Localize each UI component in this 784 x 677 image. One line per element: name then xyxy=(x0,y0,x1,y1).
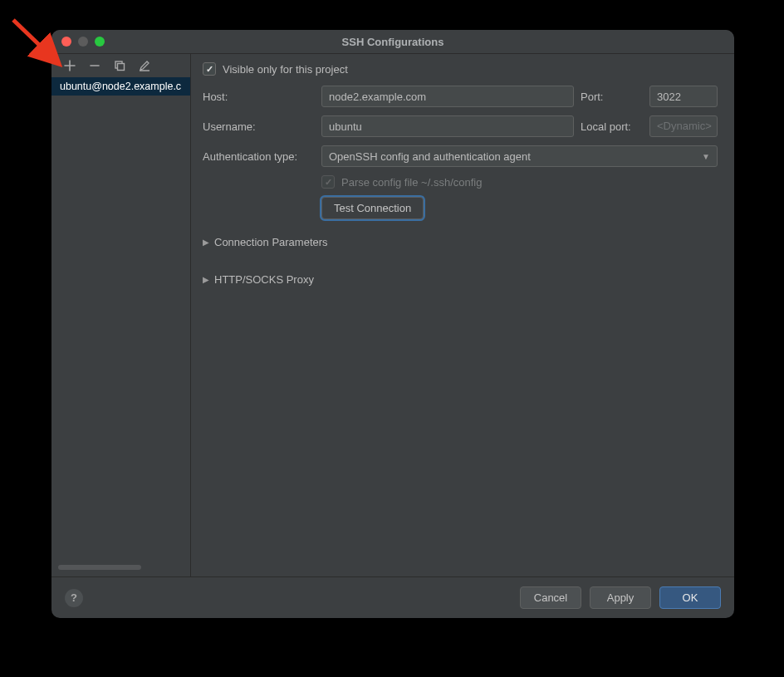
port-label: Port: xyxy=(581,91,643,103)
remove-icon[interactable] xyxy=(88,59,101,72)
config-sidebar: ubuntu@node2.example.c xyxy=(51,54,191,576)
connection-parameters-expander[interactable]: ▶ Connection Parameters xyxy=(203,236,718,248)
config-item[interactable]: ubuntu@node2.example.c xyxy=(51,77,190,96)
edit-icon[interactable] xyxy=(138,59,151,72)
visible-only-checkbox[interactable]: Visible only for this project xyxy=(203,62,718,76)
dialog-footer: ? Cancel Apply OK xyxy=(51,576,734,618)
auth-type-select[interactable]: OpenSSH config and authentication agent … xyxy=(321,145,718,167)
cancel-button[interactable]: Cancel xyxy=(520,586,581,609)
chevron-right-icon: ▶ xyxy=(203,238,209,247)
host-input[interactable] xyxy=(321,86,574,107)
http-socks-proxy-expander[interactable]: ▶ HTTP/SOCKS Proxy xyxy=(203,273,718,286)
port-input[interactable] xyxy=(649,86,718,107)
titlebar: SSH Configurations xyxy=(51,30,734,53)
chevron-down-icon: ▼ xyxy=(702,152,710,161)
copy-icon[interactable] xyxy=(113,59,126,72)
parse-config-checkbox xyxy=(321,175,335,189)
host-label: Host: xyxy=(203,91,315,103)
config-list: ubuntu@node2.example.c xyxy=(51,77,190,576)
details-panel: Visible only for this project Host: Port… xyxy=(191,54,734,576)
sidebar-toolbar xyxy=(51,54,190,77)
username-input[interactable] xyxy=(321,115,574,137)
add-icon[interactable] xyxy=(63,59,76,72)
ssh-config-dialog: SSH Configurations ubuntu@node2.example.… xyxy=(51,30,734,618)
checkbox-icon xyxy=(203,62,216,76)
svg-rect-2 xyxy=(118,64,125,71)
expander-label: Connection Parameters xyxy=(214,236,328,248)
chevron-right-icon: ▶ xyxy=(203,275,209,284)
auth-type-label: Authentication type: xyxy=(203,150,315,163)
help-button[interactable]: ? xyxy=(65,589,83,607)
parse-config-label: Parse config file ~/.ssh/config xyxy=(341,176,482,189)
svg-line-0 xyxy=(13,20,56,61)
auth-type-value: OpenSSH config and authentication agent xyxy=(329,150,531,163)
local-port-label: Local port: xyxy=(581,120,643,133)
apply-button[interactable]: Apply xyxy=(590,586,651,609)
username-label: Username: xyxy=(203,120,315,133)
window-title: SSH Configurations xyxy=(51,36,734,48)
local-port-input[interactable]: <Dynamic> xyxy=(649,115,718,137)
test-connection-button[interactable]: Test Connection xyxy=(321,197,424,219)
expander-label: HTTP/SOCKS Proxy xyxy=(214,273,314,286)
horizontal-scrollbar[interactable] xyxy=(58,565,141,570)
visible-only-label: Visible only for this project xyxy=(223,63,348,76)
ok-button[interactable]: OK xyxy=(659,586,721,609)
